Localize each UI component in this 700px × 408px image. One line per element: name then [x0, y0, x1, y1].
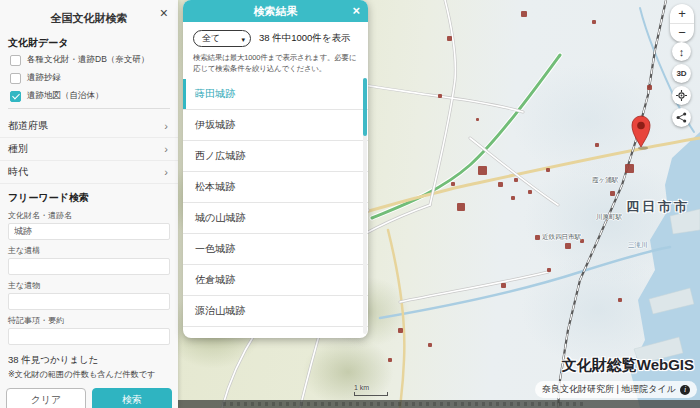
map-label-station: 霞ヶ浦駅 — [592, 176, 618, 185]
result-item[interactable]: 蒔田城跡 — [183, 79, 368, 110]
checkbox-db-label: 各種文化財・遺跡DB（奈文研） — [27, 54, 149, 66]
freeword-section-title: フリーワード検索 — [8, 191, 178, 205]
result-count-text: 38 件見つかりました — [8, 354, 99, 367]
field-notes-label: 特記事項・要約 — [8, 315, 178, 326]
accordion-era-label: 時代 — [8, 165, 28, 179]
checkbox-row-isekichizu[interactable]: 遺跡地図（自治体） — [10, 90, 178, 102]
field-name-input[interactable] — [8, 223, 170, 240]
result-note-text: ※文化財の範囲の件数も含んだ件数です — [8, 369, 155, 380]
chevron-right-icon: › — [164, 166, 168, 178]
attribution: 奈良文化財研究所 | 地理院タイル i — [535, 381, 697, 398]
accordion-type-label: 種別 — [8, 142, 28, 156]
map-label-city: 四日市市 — [626, 198, 690, 216]
zoom-out-button[interactable]: − — [670, 24, 694, 43]
result-item[interactable]: 西ノ広城跡 — [183, 141, 368, 172]
results-close-icon[interactable]: × — [352, 0, 360, 22]
results-scrollbar-track — [363, 78, 367, 334]
result-item[interactable]: 一色城跡 — [183, 234, 368, 265]
zoom-in-button[interactable]: + — [670, 4, 694, 24]
result-item[interactable]: 伊坂城跡 — [183, 110, 368, 141]
search-sidebar: 全国文化財検索 × 文化財データ 各種文化財・遺跡DB（奈文研） 遺跡抄録 遺跡… — [0, 0, 178, 408]
divider — [8, 108, 170, 109]
accordion-era[interactable]: 時代 › — [0, 161, 178, 184]
app-title: 文化財総覧WebGIS — [562, 356, 694, 375]
rivers — [380, 8, 694, 318]
checkbox-db[interactable] — [10, 55, 21, 66]
result-item[interactable]: 松本城跡 — [183, 172, 368, 203]
compass-icon: ↕ — [679, 46, 685, 58]
chevron-down-icon: ▾ — [241, 33, 245, 47]
accordion-type[interactable]: 種別 › — [0, 138, 178, 161]
checkbox-isekichizu[interactable] — [10, 91, 21, 102]
data-section-title: 文化財データ — [8, 36, 178, 50]
field-relics-input[interactable] — [8, 293, 170, 310]
field-remains-label: 主な遺構 — [8, 245, 178, 256]
locate-icon — [676, 90, 687, 101]
zoom-control: + − — [670, 4, 694, 42]
field-relics-label: 主な遺物 — [8, 280, 178, 291]
results-count-text: 38 件中1000件を表示 — [259, 32, 351, 45]
results-list: 蒔田城跡 伊坂城跡 西ノ広城跡 松本城跡 城の山城跡 一色城跡 佐倉城跡 源治山… — [183, 79, 368, 327]
search-button[interactable]: 検索 — [92, 388, 172, 408]
map-scale-label: 1 km — [354, 384, 369, 391]
results-scrollbar-thumb[interactable] — [363, 78, 367, 136]
accordion-prefecture-label: 都道府県 — [8, 119, 48, 133]
result-item[interactable]: 城の山城跡 — [183, 203, 368, 234]
bottom-attribution-strip — [178, 400, 700, 408]
map-label-river: 三滝川 — [628, 241, 648, 250]
field-notes-input[interactable] — [8, 328, 170, 345]
results-filter-select[interactable]: 全て ▾ — [193, 30, 251, 47]
clear-button[interactable]: クリア — [6, 388, 86, 408]
field-remains-input[interactable] — [8, 258, 170, 275]
checkbox-isekichizu-label: 遺跡地図（自治体） — [27, 90, 104, 102]
chevron-right-icon: › — [164, 143, 168, 155]
locate-button[interactable] — [672, 86, 691, 105]
search-results-panel: 検索結果 × 全て ▾ 38 件中1000件を表示 検索結果は最大1000件まで… — [183, 0, 368, 338]
result-item[interactable]: 源治山城跡 — [183, 296, 368, 327]
attribution-text: 奈良文化財研究所 | 地理院タイル — [542, 383, 676, 396]
map-label-station: 近鉄四日市駅 — [542, 233, 581, 242]
share-icon — [676, 112, 687, 123]
chevron-right-icon: › — [164, 120, 168, 132]
sidebar-close-icon[interactable]: × — [160, 5, 168, 21]
results-title: 検索結果 — [254, 5, 298, 17]
3d-view-button[interactable]: 3D — [672, 64, 691, 83]
accordion-prefecture[interactable]: 都道府県 › — [0, 115, 178, 138]
checkbox-row-shoroku[interactable]: 遺跡抄録 — [10, 72, 178, 84]
share-button[interactable] — [672, 108, 691, 127]
map-scale-bar — [354, 392, 388, 396]
checkbox-shoroku-label: 遺跡抄録 — [27, 72, 61, 84]
3d-icon: 3D — [676, 69, 686, 78]
field-name-label: 文化財名・遺跡名 — [8, 210, 178, 221]
checkbox-row-db[interactable]: 各種文化財・遺跡DB（奈文研） — [10, 54, 178, 66]
sidebar-title: 全国文化財検索 — [51, 12, 128, 24]
map-scale: 1 km — [354, 384, 388, 396]
checkbox-shoroku[interactable] — [10, 73, 21, 84]
result-item[interactable]: 佐倉城跡 — [183, 265, 368, 296]
results-note-text: 検索結果は最大1000件まで表示されます。必要に応じて検索条件を絞り込んでくださ… — [193, 53, 358, 75]
compass-button[interactable]: ↕ — [672, 42, 691, 61]
map-label-station: 川原町駅 — [596, 213, 622, 222]
info-icon[interactable]: i — [680, 385, 690, 395]
results-filter-value: 全て — [202, 33, 220, 43]
